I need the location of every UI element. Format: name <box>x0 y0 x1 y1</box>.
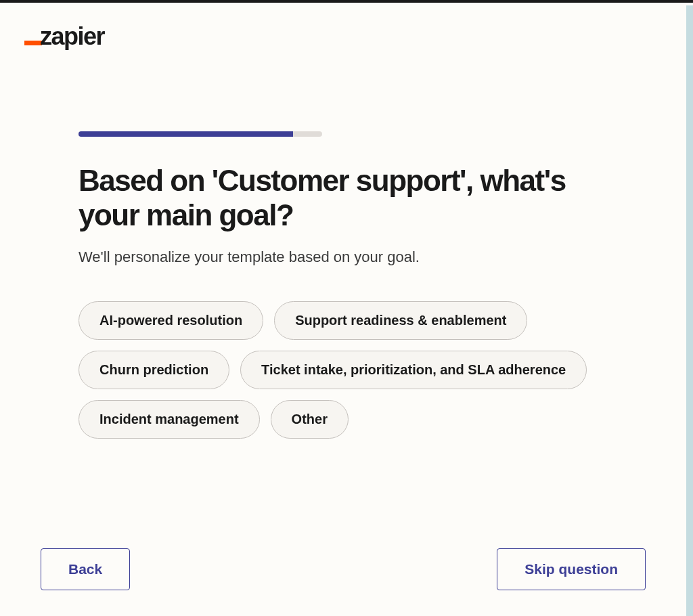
right-edge-decoration <box>686 5 693 616</box>
back-button[interactable]: Back <box>41 548 130 590</box>
option-ticket-intake[interactable]: Ticket intake, prioritization, and SLA a… <box>240 351 587 389</box>
option-support-readiness[interactable]: Support readiness & enablement <box>274 301 527 340</box>
footer-nav: Back Skip question <box>41 548 646 590</box>
option-other[interactable]: Other <box>271 400 349 439</box>
question-heading: Based on 'Customer support', what's your… <box>79 164 614 232</box>
onboarding-content: Based on 'Customer support', what's your… <box>79 131 614 439</box>
skip-question-button[interactable]: Skip question <box>497 548 646 590</box>
progress-bar <box>79 131 322 137</box>
question-subheading: We'll personalize your template based on… <box>79 248 614 266</box>
option-churn-prediction[interactable]: Churn prediction <box>79 351 229 389</box>
progress-fill <box>79 131 293 137</box>
option-incident-management[interactable]: Incident management <box>79 400 260 439</box>
option-ai-powered-resolution[interactable]: AI-powered resolution <box>79 301 263 340</box>
goal-options: AI-powered resolution Support readiness … <box>79 301 614 439</box>
logo-text: zapier <box>40 24 104 49</box>
zapier-logo: zapier <box>24 24 104 49</box>
